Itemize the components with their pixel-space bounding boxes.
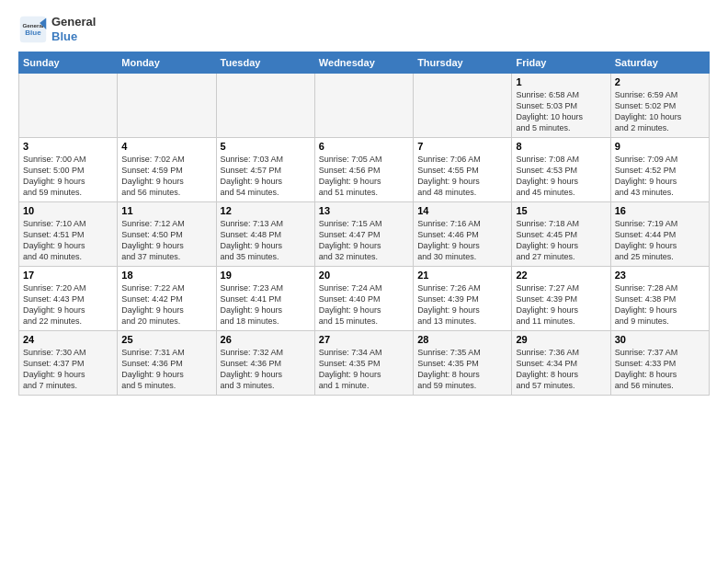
day-number: 24 [23,334,113,345]
day-info: Sunrise: 7:35 AM Sunset: 4:35 PM Dayligh… [417,347,507,392]
calendar-week-1: 1Sunrise: 6:58 AM Sunset: 5:03 PM Daylig… [19,74,710,138]
day-number: 23 [615,270,705,281]
day-info: Sunrise: 7:31 AM Sunset: 4:36 PM Dayligh… [121,347,211,392]
calendar-cell: 26Sunrise: 7:32 AM Sunset: 4:36 PM Dayli… [216,331,314,396]
calendar-week-2: 3Sunrise: 7:00 AM Sunset: 5:00 PM Daylig… [19,138,710,202]
day-number: 26 [221,334,311,345]
day-number: 20 [319,270,409,281]
logo: General Blue General Blue [18,15,96,44]
calendar-cell: 28Sunrise: 7:35 AM Sunset: 4:35 PM Dayli… [414,331,512,396]
calendar-cell: 14Sunrise: 7:16 AM Sunset: 4:46 PM Dayli… [414,202,512,267]
day-info: Sunrise: 7:24 AM Sunset: 4:40 PM Dayligh… [319,282,409,327]
calendar-cell: 25Sunrise: 7:31 AM Sunset: 4:36 PM Dayli… [118,331,216,396]
day-info: Sunrise: 7:34 AM Sunset: 4:35 PM Dayligh… [319,347,409,392]
day-number: 11 [121,205,211,216]
day-number: 18 [121,270,211,281]
calendar-cell: 11Sunrise: 7:12 AM Sunset: 4:50 PM Dayli… [118,202,216,267]
day-info: Sunrise: 7:00 AM Sunset: 5:00 PM Dayligh… [23,154,113,199]
calendar-cell: 21Sunrise: 7:26 AM Sunset: 4:39 PM Dayli… [414,267,512,331]
calendar-header-row: SundayMondayTuesdayWednesdayThursdayFrid… [19,52,710,74]
day-info: Sunrise: 6:59 AM Sunset: 5:02 PM Dayligh… [615,89,705,134]
calendar-week-4: 17Sunrise: 7:20 AM Sunset: 4:43 PM Dayli… [19,267,710,331]
day-info: Sunrise: 7:20 AM Sunset: 4:43 PM Dayligh… [23,282,113,327]
calendar-cell: 19Sunrise: 7:23 AM Sunset: 4:41 PM Dayli… [216,267,314,331]
calendar-cell: 12Sunrise: 7:13 AM Sunset: 4:48 PM Dayli… [216,202,314,267]
day-number: 21 [417,270,507,281]
day-info: Sunrise: 7:09 AM Sunset: 4:52 PM Dayligh… [615,154,705,199]
calendar-week-3: 10Sunrise: 7:10 AM Sunset: 4:51 PM Dayli… [19,202,710,267]
calendar-cell: 4Sunrise: 7:02 AM Sunset: 4:59 PM Daylig… [118,138,216,202]
calendar-cell: 7Sunrise: 7:06 AM Sunset: 4:55 PM Daylig… [414,138,512,202]
calendar-cell [414,74,512,138]
day-info: Sunrise: 7:02 AM Sunset: 4:59 PM Dayligh… [121,154,211,199]
day-number: 17 [23,270,113,281]
day-number: 2 [615,76,705,87]
day-info: Sunrise: 7:30 AM Sunset: 4:37 PM Dayligh… [23,347,113,392]
day-number: 22 [516,270,606,281]
day-number: 14 [417,205,507,216]
header: General Blue General Blue [18,15,710,44]
day-number: 27 [319,334,409,345]
day-number: 25 [121,334,211,345]
calendar-cell: 22Sunrise: 7:27 AM Sunset: 4:39 PM Dayli… [512,267,610,331]
day-info: Sunrise: 7:10 AM Sunset: 4:51 PM Dayligh… [23,218,113,263]
day-info: Sunrise: 7:08 AM Sunset: 4:53 PM Dayligh… [516,154,606,199]
day-number: 15 [516,205,606,216]
day-number: 6 [319,141,409,152]
calendar-cell: 30Sunrise: 7:37 AM Sunset: 4:33 PM Dayli… [610,331,709,396]
day-info: Sunrise: 7:18 AM Sunset: 4:45 PM Dayligh… [516,218,606,263]
svg-text:Blue: Blue [25,29,41,37]
day-number: 28 [417,334,507,345]
calendar-cell [19,74,118,138]
day-number: 10 [23,205,113,216]
day-number: 19 [221,270,311,281]
calendar-header-monday: Monday [118,52,216,74]
calendar-cell: 23Sunrise: 7:28 AM Sunset: 4:38 PM Dayli… [610,267,709,331]
day-info: Sunrise: 7:05 AM Sunset: 4:56 PM Dayligh… [319,154,409,199]
calendar-cell: 15Sunrise: 7:18 AM Sunset: 4:45 PM Dayli… [512,202,610,267]
calendar-cell [314,74,413,138]
page: General Blue General Blue SundayMondayTu… [0,0,728,563]
calendar-cell: 16Sunrise: 7:19 AM Sunset: 4:44 PM Dayli… [610,202,709,267]
day-info: Sunrise: 7:23 AM Sunset: 4:41 PM Dayligh… [221,282,311,327]
day-number: 12 [221,205,311,216]
calendar-week-5: 24Sunrise: 7:30 AM Sunset: 4:37 PM Dayli… [19,331,710,396]
day-info: Sunrise: 6:58 AM Sunset: 5:03 PM Dayligh… [516,89,606,134]
calendar-cell: 5Sunrise: 7:03 AM Sunset: 4:57 PM Daylig… [216,138,314,202]
calendar-cell: 2Sunrise: 6:59 AM Sunset: 5:02 PM Daylig… [610,74,709,138]
calendar-cell: 29Sunrise: 7:36 AM Sunset: 4:34 PM Dayli… [512,331,610,396]
calendar-cell: 8Sunrise: 7:08 AM Sunset: 4:53 PM Daylig… [512,138,610,202]
day-number: 13 [319,205,409,216]
day-info: Sunrise: 7:26 AM Sunset: 4:39 PM Dayligh… [417,282,507,327]
day-info: Sunrise: 7:27 AM Sunset: 4:39 PM Dayligh… [516,282,606,327]
logo-text: General Blue [51,15,96,43]
calendar-header-wednesday: Wednesday [314,52,413,74]
day-number: 1 [516,76,606,87]
calendar-header-sunday: Sunday [19,52,118,74]
calendar-header-friday: Friday [512,52,610,74]
logo-icon: General Blue [18,15,48,44]
calendar-cell: 27Sunrise: 7:34 AM Sunset: 4:35 PM Dayli… [314,331,413,396]
day-number: 3 [23,141,113,152]
day-info: Sunrise: 7:03 AM Sunset: 4:57 PM Dayligh… [221,154,311,199]
calendar-cell: 9Sunrise: 7:09 AM Sunset: 4:52 PM Daylig… [610,138,709,202]
day-number: 7 [417,141,507,152]
calendar-cell: 13Sunrise: 7:15 AM Sunset: 4:47 PM Dayli… [314,202,413,267]
day-info: Sunrise: 7:22 AM Sunset: 4:42 PM Dayligh… [121,282,211,327]
day-info: Sunrise: 7:12 AM Sunset: 4:50 PM Dayligh… [121,218,211,263]
day-info: Sunrise: 7:32 AM Sunset: 4:36 PM Dayligh… [221,347,311,392]
day-number: 5 [221,141,311,152]
day-info: Sunrise: 7:13 AM Sunset: 4:48 PM Dayligh… [221,218,311,263]
calendar-cell: 20Sunrise: 7:24 AM Sunset: 4:40 PM Dayli… [314,267,413,331]
calendar-cell [216,74,314,138]
calendar-cell: 18Sunrise: 7:22 AM Sunset: 4:42 PM Dayli… [118,267,216,331]
day-number: 16 [615,205,705,216]
calendar-cell: 17Sunrise: 7:20 AM Sunset: 4:43 PM Dayli… [19,267,118,331]
day-number: 4 [121,141,211,152]
calendar-header-tuesday: Tuesday [216,52,314,74]
day-info: Sunrise: 7:37 AM Sunset: 4:33 PM Dayligh… [615,347,705,392]
day-number: 8 [516,141,606,152]
day-info: Sunrise: 7:15 AM Sunset: 4:47 PM Dayligh… [319,218,409,263]
day-info: Sunrise: 7:16 AM Sunset: 4:46 PM Dayligh… [417,218,507,263]
day-number: 29 [516,334,606,345]
